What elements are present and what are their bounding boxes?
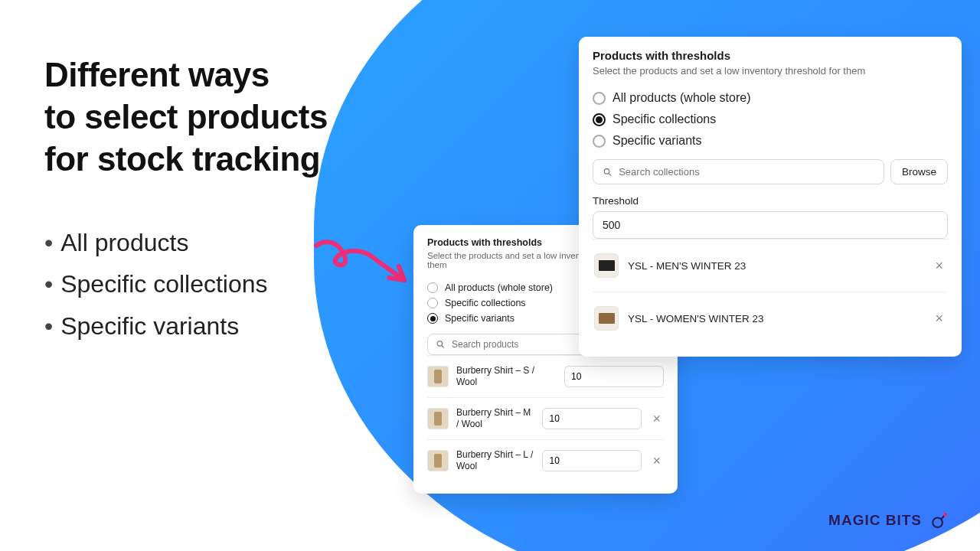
remove-button[interactable]: × xyxy=(932,259,946,272)
radio-all-products[interactable]: All products (whole store) xyxy=(593,87,948,109)
variant-row: Burberry Shirt – S / Wool xyxy=(427,355,664,397)
variant-row: Burberry Shirt – L / Wool × xyxy=(427,439,664,481)
product-thumbnail xyxy=(427,450,449,471)
search-icon xyxy=(603,167,612,178)
collection-row: YSL - WOMEN'S WINTER 23 × xyxy=(593,292,948,344)
headline-line: for stock tracking xyxy=(44,138,328,180)
radio-label: Specific variants xyxy=(612,134,702,148)
headline: Different ways to select products for st… xyxy=(44,54,328,180)
bullet-dot: • xyxy=(44,263,53,305)
search-collections-input[interactable] xyxy=(593,159,884,184)
radio-specific-collections[interactable]: Specific collections xyxy=(593,109,948,130)
bullet-item: •Specific collections xyxy=(44,263,268,305)
collection-thumbnail xyxy=(594,253,619,278)
radio-label: Specific variants xyxy=(445,313,514,324)
bullet-list: •All products •Specific collections •Spe… xyxy=(44,222,268,347)
product-thumbnail xyxy=(427,408,449,429)
remove-button[interactable]: × xyxy=(649,454,664,468)
radio-label: All products (whole store) xyxy=(612,91,751,105)
svg-point-2 xyxy=(604,168,609,174)
collection-name: YSL - MEN'S WINTER 23 xyxy=(628,260,923,272)
threshold-input[interactable] xyxy=(593,211,948,239)
collections-card: Products with thresholds Select the prod… xyxy=(579,37,962,357)
search-icon xyxy=(436,339,446,350)
headline-line: Different ways xyxy=(44,54,328,96)
bullet-dot: • xyxy=(44,222,53,263)
bullet-text: All products xyxy=(60,222,188,263)
radio-specific-variants[interactable]: Specific variants xyxy=(593,130,948,152)
svg-line-6 xyxy=(944,512,945,515)
threshold-input[interactable] xyxy=(564,366,664,387)
threshold-label: Threshold xyxy=(593,195,948,207)
svg-line-1 xyxy=(442,346,444,348)
svg-line-7 xyxy=(944,515,947,516)
radio-icon xyxy=(593,135,606,148)
collection-thumbnail xyxy=(594,306,619,331)
radio-icon xyxy=(427,313,438,324)
radio-label: All products (whole store) xyxy=(445,282,553,293)
svg-point-4 xyxy=(933,518,942,528)
variant-name: Burberry Shirt – M / Wool xyxy=(456,407,534,430)
headline-line: to select products xyxy=(44,96,328,138)
collection-row: YSL - MEN'S WINTER 23 × xyxy=(593,239,948,292)
card-subtitle: Select the products and set a low invent… xyxy=(593,65,948,77)
brand-logo: MAGIC BITS xyxy=(828,510,949,531)
bullet-item: •All products xyxy=(44,222,268,263)
radio-icon xyxy=(593,113,606,126)
product-thumbnail xyxy=(427,366,449,387)
remove-button[interactable]: × xyxy=(649,412,664,425)
svg-line-3 xyxy=(609,173,611,175)
sparkle-icon xyxy=(928,510,949,531)
browse-button[interactable]: Browse xyxy=(890,159,948,184)
radio-icon xyxy=(427,298,438,308)
card-title: Products with thresholds xyxy=(593,49,948,62)
bullet-text: Specific variants xyxy=(60,305,239,347)
svg-point-0 xyxy=(437,341,442,346)
variant-name: Burberry Shirt – L / Wool xyxy=(456,449,534,472)
collection-name: YSL - WOMEN'S WINTER 23 xyxy=(628,313,923,324)
search-field[interactable] xyxy=(619,166,874,178)
threshold-input[interactable] xyxy=(542,450,642,471)
brand-text: MAGIC BITS xyxy=(828,512,922,529)
remove-button[interactable]: × xyxy=(932,311,946,325)
radio-label: Specific collections xyxy=(445,298,526,308)
radio-icon xyxy=(593,92,606,105)
bullet-text: Specific collections xyxy=(60,263,267,305)
bullet-item: •Specific variants xyxy=(44,305,268,347)
radio-icon xyxy=(427,282,438,293)
threshold-input[interactable] xyxy=(542,408,642,429)
radio-label: Specific collections xyxy=(612,112,716,126)
variant-name: Burberry Shirt – S / Wool xyxy=(456,365,557,388)
variant-row: Burberry Shirt – M / Wool × xyxy=(427,397,664,439)
bullet-dot: • xyxy=(44,305,53,347)
